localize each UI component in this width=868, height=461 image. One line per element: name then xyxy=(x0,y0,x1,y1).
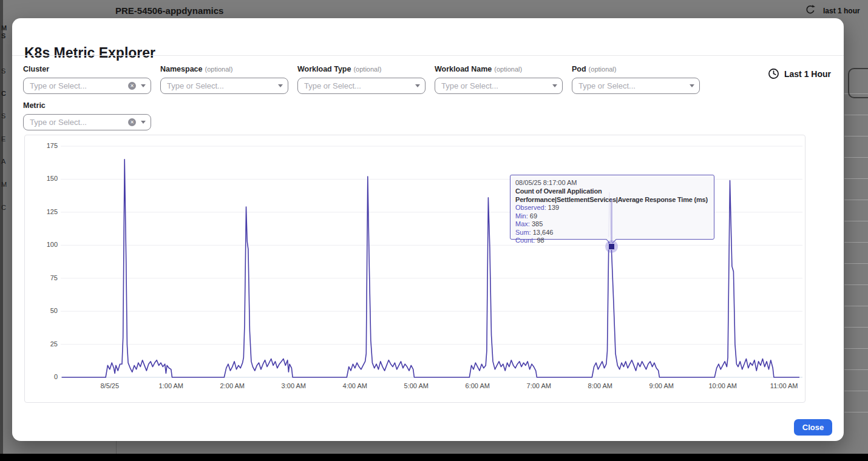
namespace-select[interactable]: Type or Select... xyxy=(160,78,288,94)
metric-select[interactable]: Type or Select...✕ xyxy=(23,114,151,130)
filter-optional-text: (optional) xyxy=(353,66,381,73)
filter-cluster: ClusterType or Select...✕ xyxy=(23,63,151,94)
x-tick-0: 8/5/25 xyxy=(100,382,119,389)
select-placeholder: Type or Select... xyxy=(30,81,128,90)
time-range-label: Last 1 Hour xyxy=(784,69,831,79)
stat-label: Sum: xyxy=(515,229,533,236)
cluster-select[interactable]: Type or Select...✕ xyxy=(23,78,151,94)
x-tick-1: 1:00 AM xyxy=(159,382,183,389)
bg-table-row-lines xyxy=(844,73,868,419)
bg-sidebar-item-fragment: M xyxy=(1,24,7,32)
dialog-title: K8s Metric Explorer xyxy=(24,45,155,61)
filter-cluster-label: Cluster xyxy=(23,63,151,74)
x-tick-10: 10:00 AM xyxy=(708,382,736,389)
x-tick-5: 5:00 AM xyxy=(404,382,429,389)
chevron-down-icon[interactable] xyxy=(278,84,283,87)
filter-metric-label: Metric xyxy=(23,99,151,110)
y-tick-25: 25 xyxy=(30,340,58,348)
x-tick-6: 6:00 AM xyxy=(466,382,490,389)
tooltip-metric-line1: Count of Overall Application xyxy=(515,187,709,195)
close-button[interactable]: Close xyxy=(794,419,832,436)
filter-pod: Pod(optional)Type or Select... xyxy=(572,63,700,94)
stat-value: 98 xyxy=(537,237,544,244)
bg-sidebar-item-fragment: M xyxy=(1,181,7,188)
filter-optional-text: (optional) xyxy=(589,66,617,73)
y-tick-100: 100 xyxy=(30,241,58,248)
k8s-metric-explorer-dialog: K8s Metric Explorer ClusterType or Selec… xyxy=(12,18,844,441)
y-tick-0: 0 xyxy=(30,373,58,380)
stat-value: 13,646 xyxy=(533,229,554,236)
clear-icon[interactable]: ✕ xyxy=(128,118,136,126)
chevron-down-icon[interactable] xyxy=(141,121,146,124)
filter-workload-name: Workload Name(optional)Type or Select... xyxy=(435,63,563,94)
bg-button-fragment xyxy=(848,68,868,98)
refresh-icon[interactable] xyxy=(805,4,816,15)
bg-sidebar-item-fragment: C xyxy=(1,204,6,211)
chevron-down-icon[interactable] xyxy=(552,84,557,87)
filter-label-text: Namespace xyxy=(160,65,203,73)
x-tick-7: 7:00 AM xyxy=(527,382,551,389)
time-range-control[interactable]: Last 1 Hour xyxy=(768,68,831,79)
filter-workload-name-label: Workload Name(optional) xyxy=(435,63,563,74)
bg-time-range-label[interactable]: last 1 hour xyxy=(823,7,860,15)
x-tick-2: 2:00 AM xyxy=(220,382,245,389)
bg-sidebar-item-fragment: A xyxy=(1,158,5,165)
filter-pod-label: Pod(optional) xyxy=(572,63,700,74)
hovered-point-marker xyxy=(608,243,615,250)
y-tick-150: 150 xyxy=(30,175,58,182)
filters-row: ClusterType or Select...✕Namespace(optio… xyxy=(23,63,700,94)
x-tick-3: 3:00 AM xyxy=(282,382,306,389)
filter-workload-type: Workload Type(optional)Type or Select... xyxy=(297,63,426,94)
bg-sidebar-item-fragment: S xyxy=(1,32,5,39)
y-tick-75: 75 xyxy=(30,274,58,281)
filter-namespace-label: Namespace(optional) xyxy=(160,63,288,74)
bg-sidebar-item-fragment: S xyxy=(1,67,5,75)
stat-label: Min: xyxy=(515,212,530,220)
stat-value: 385 xyxy=(532,220,543,227)
bg-sidebar-item-fragment: S xyxy=(1,112,5,119)
stat-label: Max: xyxy=(515,220,532,227)
select-placeholder: Type or Select... xyxy=(167,81,278,90)
metric-filter-holder: MetricType or Select...✕ xyxy=(23,99,151,130)
workload-name-select[interactable]: Type or Select... xyxy=(435,78,563,94)
filter-label-text: Metric xyxy=(23,101,46,110)
filter-optional-text: (optional) xyxy=(205,66,233,73)
y-tick-50: 50 xyxy=(30,307,58,314)
hover-crosshair-line xyxy=(611,199,612,243)
bottom-black-bar xyxy=(0,454,868,461)
bg-page-title: PRE-54506-appdynamics xyxy=(115,5,223,16)
y-tick-125: 125 xyxy=(30,208,58,215)
y-tick-175: 175 xyxy=(30,142,58,149)
select-placeholder: Type or Select... xyxy=(30,118,128,127)
select-placeholder: Type or Select... xyxy=(304,81,415,90)
pod-select[interactable]: Type or Select... xyxy=(572,78,700,94)
x-tick-4: 4:00 AM xyxy=(343,382,367,389)
chevron-down-icon[interactable] xyxy=(690,84,694,87)
filter-namespace: Namespace(optional)Type or Select... xyxy=(160,63,288,94)
select-placeholder: Type or Select... xyxy=(578,81,690,90)
filter-label-text: Cluster xyxy=(23,65,49,73)
stat-label: Count: xyxy=(515,237,537,244)
chevron-down-icon[interactable] xyxy=(415,84,420,87)
stat-value: 139 xyxy=(548,204,559,211)
select-placeholder: Type or Select... xyxy=(441,81,552,90)
x-tick-8: 8:00 AM xyxy=(588,382,612,389)
x-tick-9: 9:00 AM xyxy=(649,382,674,389)
filter-metric: MetricType or Select...✕ xyxy=(23,99,151,130)
filter-optional-text: (optional) xyxy=(494,66,522,73)
filter-workload-type-label: Workload Type(optional) xyxy=(297,63,426,74)
x-tick-11: 11:00 AM xyxy=(770,382,798,389)
filter-label-text: Workload Name xyxy=(435,65,492,73)
workload-type-select[interactable]: Type or Select... xyxy=(297,78,426,94)
filter-label-text: Pod xyxy=(572,65,586,73)
filter-label-text: Workload Type xyxy=(297,65,351,73)
stat-value: 69 xyxy=(530,212,537,220)
bg-sidebar-item-fragment: C xyxy=(1,90,6,97)
title-divider xyxy=(12,55,844,56)
clear-icon[interactable]: ✕ xyxy=(128,82,136,90)
chevron-down-icon[interactable] xyxy=(141,84,146,87)
clock-icon xyxy=(768,68,779,79)
bg-sidebar-item-fragment: E xyxy=(1,135,5,143)
stat-label: Observed: xyxy=(515,204,548,211)
tooltip-timestamp: 08/05/25 8:17:00 AM xyxy=(515,178,709,187)
